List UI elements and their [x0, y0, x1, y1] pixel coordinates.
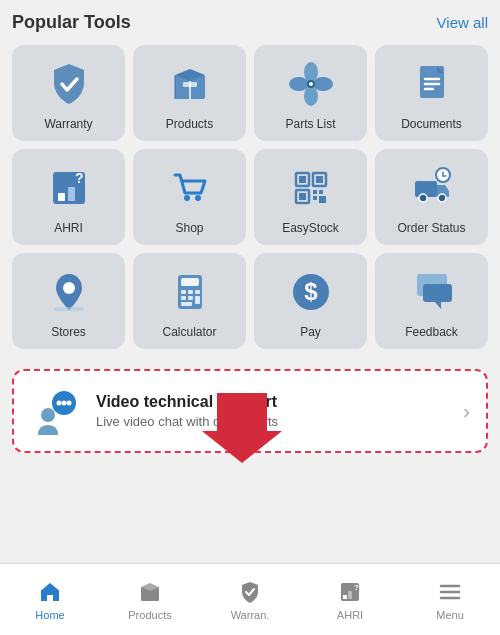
- tool-stores[interactable]: Stores: [12, 253, 125, 349]
- fan-icon: [286, 59, 336, 109]
- svg-point-57: [62, 401, 67, 406]
- svg-rect-49: [188, 296, 193, 300]
- svg-rect-46: [188, 290, 193, 294]
- section-title: Popular Tools: [12, 12, 131, 33]
- tools-grid: Warranty Products: [12, 45, 488, 349]
- svg-rect-50: [195, 296, 200, 304]
- home-icon: [37, 579, 63, 605]
- nav-menu-label: Menu: [436, 609, 464, 621]
- tool-stores-label: Stores: [51, 325, 86, 339]
- video-support-title: Video technical support: [96, 393, 455, 411]
- tool-warranty[interactable]: Warranty: [12, 45, 125, 141]
- svg-point-11: [309, 82, 313, 86]
- svg-point-7: [313, 77, 333, 91]
- tool-parts-list[interactable]: Parts List: [254, 45, 367, 141]
- svg-rect-48: [181, 296, 186, 300]
- arrow-area: Video technical support Live video chat …: [12, 361, 488, 453]
- qrcode-icon: [286, 163, 336, 213]
- svg-point-58: [67, 401, 72, 406]
- svg-rect-32: [313, 196, 317, 200]
- tool-shop-label: Shop: [175, 221, 203, 235]
- tool-feedback[interactable]: Feedback: [375, 253, 488, 349]
- document-icon: [407, 59, 457, 109]
- tool-documents[interactable]: Documents: [375, 45, 488, 141]
- chevron-right-icon: ›: [463, 400, 470, 423]
- tool-calculator-label: Calculator: [162, 325, 216, 339]
- truck-clock-icon: [407, 163, 457, 213]
- tool-warranty-label: Warranty: [44, 117, 92, 131]
- svg-rect-33: [319, 196, 326, 203]
- svg-rect-44: [181, 278, 199, 286]
- tool-ahri-label: AHRI: [54, 221, 83, 235]
- svg-point-9: [289, 77, 309, 91]
- tool-shop[interactable]: Shop: [133, 149, 246, 245]
- svg-rect-51: [181, 302, 192, 306]
- bottom-nav: Home Products Warran. ?: [0, 563, 500, 635]
- nav-warranty[interactable]: Warran.: [200, 579, 300, 621]
- video-support-text: Video technical support Live video chat …: [96, 393, 455, 429]
- map-pin-icon: [44, 267, 94, 317]
- tool-easystock-label: EasyStock: [282, 221, 339, 235]
- nav-products[interactable]: Products: [100, 579, 200, 621]
- svg-text:$: $: [304, 278, 318, 305]
- svg-rect-27: [316, 176, 323, 183]
- svg-rect-31: [319, 190, 323, 194]
- svg-text:?: ?: [75, 170, 84, 186]
- svg-point-22: [184, 195, 190, 201]
- tool-pay[interactable]: $ Pay: [254, 253, 367, 349]
- tool-products[interactable]: Products: [133, 45, 246, 141]
- video-support-subtitle: Live video chat with our experts: [96, 414, 455, 429]
- section-header: Popular Tools View all: [12, 12, 488, 33]
- tool-documents-label: Documents: [401, 117, 462, 131]
- cart-icon: [165, 163, 215, 213]
- tool-products-label: Products: [166, 117, 213, 131]
- svg-rect-63: [343, 595, 347, 599]
- tool-ahri[interactable]: ? AHRI: [12, 149, 125, 245]
- nav-warranty-icon: [237, 579, 263, 605]
- svg-point-6: [304, 62, 318, 82]
- tool-easystock[interactable]: EasyStock: [254, 149, 367, 245]
- nav-ahri[interactable]: ? AHRI: [300, 579, 400, 621]
- video-support-icon: [30, 385, 82, 437]
- tool-parts-list-label: Parts List: [285, 117, 335, 131]
- svg-rect-42: [54, 307, 84, 311]
- chat-icon: [407, 267, 457, 317]
- shield-check-icon: [44, 59, 94, 109]
- nav-home[interactable]: Home: [0, 579, 100, 621]
- svg-point-8: [304, 86, 318, 106]
- svg-rect-47: [195, 290, 200, 294]
- main-content: Popular Tools View all Warranty: [0, 0, 500, 563]
- svg-rect-29: [299, 193, 306, 200]
- view-all-link[interactable]: View all: [437, 14, 488, 31]
- svg-point-23: [195, 195, 201, 201]
- svg-point-36: [419, 194, 427, 202]
- calculator-icon: [165, 267, 215, 317]
- svg-text:?: ?: [354, 583, 359, 592]
- svg-rect-18: [58, 193, 65, 201]
- video-support-card[interactable]: Video technical support Live video chat …: [12, 369, 488, 453]
- nav-products-label: Products: [128, 609, 171, 621]
- nav-products-icon: [137, 579, 163, 605]
- svg-point-56: [57, 401, 62, 406]
- tool-order-status[interactable]: Order Status: [375, 149, 488, 245]
- svg-rect-30: [313, 190, 317, 194]
- chart-question-icon: ?: [44, 163, 94, 213]
- svg-rect-25: [299, 176, 306, 183]
- svg-rect-19: [68, 187, 75, 201]
- box-icon: [165, 59, 215, 109]
- svg-rect-64: [348, 591, 352, 599]
- tool-feedback-label: Feedback: [405, 325, 458, 339]
- svg-rect-45: [181, 290, 186, 294]
- nav-home-label: Home: [35, 609, 64, 621]
- nav-menu[interactable]: Menu: [400, 579, 500, 621]
- nav-menu-icon: [437, 579, 463, 605]
- tool-order-status-label: Order Status: [397, 221, 465, 235]
- svg-rect-4: [183, 82, 197, 87]
- svg-point-59: [41, 408, 55, 422]
- svg-point-37: [438, 194, 446, 202]
- tool-calculator[interactable]: Calculator: [133, 253, 246, 349]
- nav-ahri-label: AHRI: [337, 609, 363, 621]
- tool-pay-label: Pay: [300, 325, 321, 339]
- dollar-icon: $: [286, 267, 336, 317]
- nav-ahri-icon: ?: [337, 579, 363, 605]
